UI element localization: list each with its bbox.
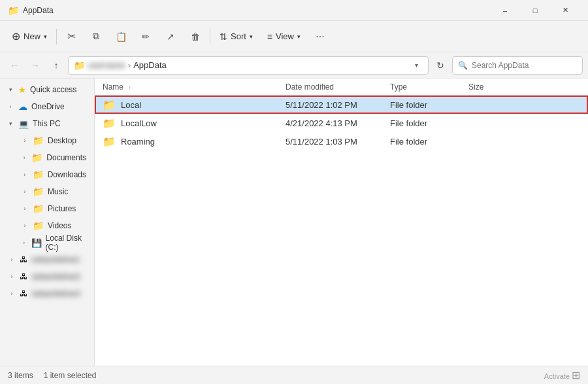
- activate-windows-text: Activate ⊞: [544, 369, 580, 381]
- videos-folder-icon: 📁: [33, 220, 44, 231]
- file-column-headers: Name ↑ Date modified Type Size: [95, 79, 588, 96]
- share-icon: ↗: [167, 31, 174, 42]
- cut-button[interactable]: ✂: [59, 25, 83, 48]
- folder-icon-locallow: 📁: [103, 117, 116, 130]
- file-list: 📁 Local 5/11/2022 1:02 PM File folder 📁 …: [95, 96, 588, 366]
- folder-icon-local: 📁: [103, 99, 116, 111]
- column-date-modified[interactable]: Date modified: [286, 82, 390, 92]
- sidebar-item-this-pc[interactable]: ▾ 💻 This PC: [3, 115, 91, 132]
- folder-icon-roaming: 📁: [103, 135, 116, 148]
- status-bar: 3 items 1 item selected Activate ⊞: [0, 366, 588, 384]
- music-folder-icon: 📁: [33, 186, 44, 197]
- title-bar: 📁 AppData – □ ✕: [0, 0, 588, 21]
- sort-icon: ⇅: [220, 31, 227, 42]
- copy-icon: ⧉: [93, 31, 99, 42]
- maximize-button[interactable]: □: [520, 0, 550, 21]
- column-name[interactable]: Name ↑: [103, 82, 286, 92]
- more-button[interactable]: ···: [308, 25, 332, 48]
- view-button[interactable]: ≡ View ▾: [261, 25, 307, 48]
- file-date-local: 5/11/2022 1:02 PM: [286, 100, 390, 110]
- paste-button[interactable]: 📋: [109, 25, 133, 48]
- minimize-button[interactable]: –: [490, 0, 520, 21]
- paste-icon: 📋: [116, 31, 127, 42]
- downloads-folder-icon: 📁: [33, 169, 44, 180]
- file-name-local: 📁 Local: [103, 99, 286, 111]
- rename-button[interactable]: ✏: [134, 25, 157, 48]
- sidebar-item-videos[interactable]: › 📁 Videos: [3, 217, 91, 234]
- new-chevron-icon: ▾: [44, 33, 47, 40]
- file-type-local: File folder: [390, 100, 468, 110]
- back-button[interactable]: ←: [5, 56, 24, 75]
- sidebar-item-pictures[interactable]: › 📁 Pictures: [3, 200, 91, 217]
- network-1-icon: 🖧: [20, 255, 27, 264]
- toolbar-separator-2: [210, 29, 210, 44]
- forward-button[interactable]: →: [26, 56, 44, 75]
- column-size[interactable]: Size: [468, 82, 483, 92]
- address-bar[interactable]: 📁 username › AppData ▾: [68, 56, 429, 75]
- search-box[interactable]: 🔍: [452, 56, 583, 75]
- delete-icon: 🗑: [191, 31, 200, 42]
- sidebar-item-local-disk[interactable]: › 💾 Local Disk (C:): [3, 234, 91, 251]
- downloads-chevron-icon: ›: [21, 171, 29, 178]
- address-path-text: username: [88, 60, 125, 70]
- network-2-icon: 🖧: [20, 272, 27, 281]
- file-row-local[interactable]: 📁 Local 5/11/2022 1:02 PM File folder: [95, 96, 588, 114]
- item-count: 3 items: [8, 371, 33, 380]
- file-date-roaming: 5/11/2022 1:03 PM: [286, 137, 390, 147]
- refresh-icon: ↻: [436, 60, 444, 71]
- address-separator: ›: [128, 60, 131, 70]
- view-icon: ≡: [267, 31, 272, 42]
- copy-button[interactable]: ⧉: [84, 25, 108, 48]
- sort-chevron-icon: ▾: [250, 33, 253, 40]
- selected-count: 1 item selected: [44, 371, 97, 380]
- search-input[interactable]: [472, 61, 577, 70]
- local-disk-icon: 💾: [31, 238, 42, 248]
- toolbar: ⊕ New ▾ ✂ ⧉ 📋 ✏ ↗ 🗑 ⇅ Sort ▾ ≡ View ▾ ··…: [0, 21, 588, 52]
- sidebar-item-network-1[interactable]: › 🖧 networkdrive1: [3, 251, 91, 268]
- file-row-roaming[interactable]: 📁 Roaming 5/11/2022 1:03 PM File folder: [95, 132, 588, 150]
- file-row-locallow[interactable]: 📁 LocalLow 4/21/2022 4:13 PM File folder: [95, 114, 588, 132]
- sidebar-item-onedrive[interactable]: › ☁ OneDrive: [3, 98, 91, 115]
- sidebar-item-downloads[interactable]: › 📁 Downloads: [3, 166, 91, 183]
- sidebar-item-network-2[interactable]: › 🖧 networkdrive2: [3, 268, 91, 285]
- videos-chevron-icon: ›: [21, 222, 29, 229]
- address-current: AppData: [133, 60, 167, 70]
- desktop-chevron-icon: ›: [21, 137, 29, 144]
- back-icon: ←: [10, 60, 19, 71]
- address-path: username › AppData: [88, 60, 407, 70]
- sort-arrow-icon: ↑: [128, 84, 131, 91]
- up-button[interactable]: ↑: [47, 56, 65, 75]
- refresh-button[interactable]: ↻: [431, 56, 449, 75]
- rename-icon: ✏: [142, 31, 150, 42]
- close-button[interactable]: ✕: [550, 0, 580, 21]
- documents-chevron-icon: ›: [21, 154, 27, 161]
- view-chevron-icon: ▾: [297, 33, 301, 40]
- this-pc-chevron-icon: ▾: [7, 120, 14, 127]
- sidebar-item-network-3[interactable]: › 🖧 networkdrive3: [3, 285, 91, 302]
- sidebar-item-quick-access[interactable]: ▾ ★ Quick access: [3, 81, 91, 98]
- address-dropdown-icon[interactable]: ▾: [410, 59, 423, 72]
- local-disk-chevron-icon: ›: [21, 239, 27, 246]
- sort-button[interactable]: ⇅ Sort ▾: [213, 25, 259, 48]
- new-icon: ⊕: [12, 30, 20, 43]
- onedrive-chevron-icon: ›: [7, 103, 14, 110]
- file-date-locallow: 4/21/2022 4:13 PM: [286, 118, 390, 128]
- quick-access-chevron-icon: ▾: [7, 86, 14, 93]
- new-button[interactable]: ⊕ New ▾: [5, 25, 54, 48]
- share-button[interactable]: ↗: [159, 25, 182, 48]
- file-type-locallow: File folder: [390, 118, 468, 128]
- network-3-icon: 🖧: [20, 289, 27, 298]
- main-area: ▾ ★ Quick access › ☁ OneDrive ▾ 💻 This P…: [0, 79, 588, 366]
- music-chevron-icon: ›: [21, 188, 29, 195]
- toolbar-separator-1: [56, 29, 57, 44]
- sidebar-item-desktop[interactable]: › 📁 Desktop: [3, 132, 91, 149]
- address-bar-row: ← → ↑ 📁 username › AppData ▾ ↻ 🔍: [0, 52, 588, 79]
- file-name-locallow: 📁 LocalLow: [103, 117, 286, 130]
- file-type-roaming: File folder: [390, 137, 468, 147]
- pictures-folder-icon: 📁: [33, 203, 44, 214]
- column-type[interactable]: Type: [390, 82, 468, 92]
- sidebar-item-documents[interactable]: › 📁 Documents: [3, 149, 91, 166]
- delete-button[interactable]: 🗑: [184, 25, 207, 48]
- sidebar-item-music[interactable]: › 📁 Music: [3, 183, 91, 200]
- more-icon: ···: [316, 31, 324, 43]
